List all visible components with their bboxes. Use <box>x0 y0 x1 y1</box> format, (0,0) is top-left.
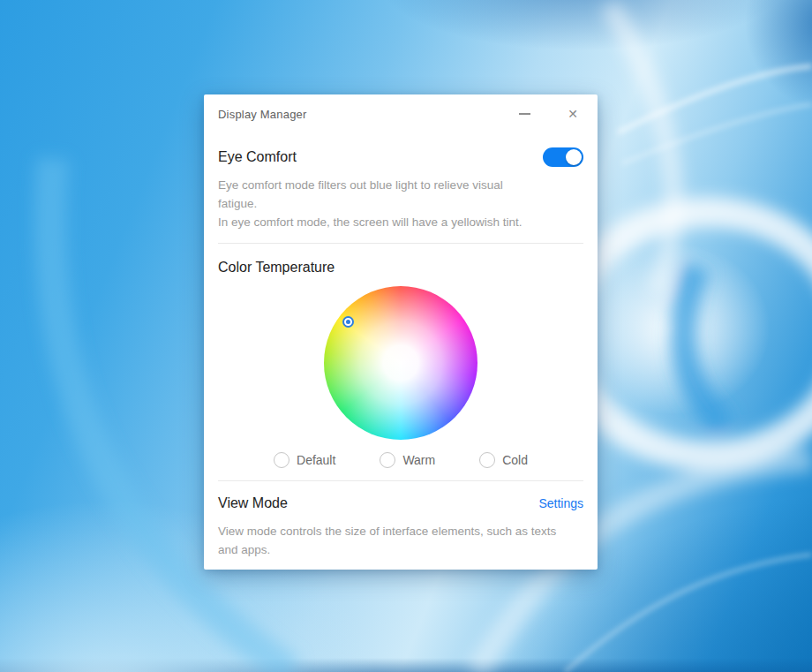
view-mode-description: View mode controls the size of interface… <box>218 522 583 559</box>
radio-label: Warm <box>402 453 435 467</box>
color-wheel[interactable] <box>324 286 477 440</box>
window-title: Display Manager <box>218 108 307 121</box>
radio-label: Cold <box>502 453 528 467</box>
minimize-button[interactable] <box>515 105 534 123</box>
color-temperature-options: Default Warm Cold <box>218 451 583 469</box>
settings-link[interactable]: Settings <box>538 496 583 510</box>
divider <box>218 480 583 481</box>
eye-comfort-toggle[interactable] <box>543 147 583 167</box>
close-icon: ✕ <box>568 108 578 120</box>
eye-comfort-tint-note: In eye comfort mode, the screen will hav… <box>218 213 583 231</box>
toggle-knob <box>566 149 582 165</box>
radio-option-cold[interactable]: Cold <box>479 452 528 468</box>
eye-comfort-description: Eye comfort mode filters out blue light … <box>218 176 583 213</box>
radio-option-default[interactable]: Default <box>274 452 335 468</box>
radio-circle <box>479 452 495 468</box>
divider <box>218 243 583 244</box>
radio-circle <box>380 452 395 468</box>
titlebar: Display Manager ✕ <box>218 94 583 123</box>
color-wheel-selector[interactable] <box>342 316 354 328</box>
radio-option-warm[interactable]: Warm <box>380 452 435 468</box>
eye-comfort-section-header: Eye Comfort <box>218 147 583 167</box>
eye-comfort-title: Eye Comfort <box>218 147 297 167</box>
view-mode-title: View Mode <box>218 494 288 513</box>
minimize-icon <box>519 113 530 115</box>
color-wheel-container <box>324 286 477 440</box>
window-controls: ✕ <box>515 105 583 123</box>
display-manager-window: Display Manager ✕ Eye Comfort Eye comfor… <box>204 94 598 570</box>
close-button[interactable]: ✕ <box>564 105 582 123</box>
radio-circle <box>274 452 289 468</box>
radio-label: Default <box>297 453 335 467</box>
color-temperature-title: Color Temperature <box>218 258 583 277</box>
view-mode-section-header: View Mode Settings <box>218 494 583 513</box>
